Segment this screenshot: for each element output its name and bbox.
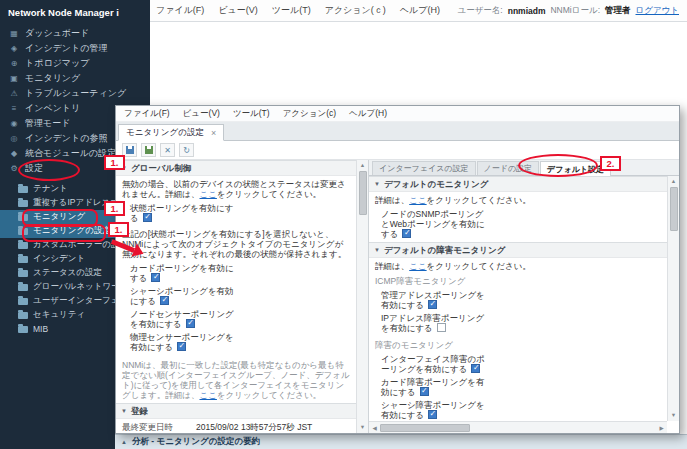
sidebar-item-troubleshooting[interactable]: ⚠ トラブルシューティング bbox=[0, 86, 150, 101]
folder-icon bbox=[18, 270, 28, 277]
card-polling-checkbox[interactable] bbox=[151, 273, 160, 282]
integration-icon: ◆ bbox=[8, 149, 20, 158]
section-default-monitoring[interactable]: ▼ デフォルトのモニタリング bbox=[369, 176, 667, 192]
folder-icon bbox=[18, 200, 28, 207]
monitoring-configuration-window: ファイル(F) ビュー(V) ツール(T) アクション(c) ヘルプ(H) モニ… bbox=[115, 105, 680, 434]
dialog-menu-tools[interactable]: ツール(T) bbox=[233, 108, 270, 120]
physical-sensor-polling-row: 物理センサーポーリングを有効にする bbox=[130, 332, 242, 352]
dialog-menu-file[interactable]: ファイル(F) bbox=[124, 108, 170, 120]
sidebar-item-label: インベントリ bbox=[25, 102, 80, 115]
section-registration[interactable]: ▼ 登録 bbox=[116, 403, 356, 419]
sidebar-item-dashboard[interactable]: ▦ ダッシュボード bbox=[0, 26, 150, 41]
analysis-panel-header[interactable]: ▲ 分析 - モニタリングの設定の要約 bbox=[115, 434, 687, 449]
expand-icon: ▲ bbox=[121, 439, 127, 445]
menu-view[interactable]: ビュー(V) bbox=[218, 4, 257, 17]
scroll-thumb[interactable] bbox=[359, 171, 367, 215]
logout-link[interactable]: ログアウト bbox=[636, 5, 680, 17]
scroll-thumb[interactable] bbox=[670, 187, 678, 231]
tree-item-label: インシデント bbox=[33, 253, 85, 265]
global-controls-content: ▼ グローバル制御 無効の場合、以前のデバイスの状態とステータスは変更されません… bbox=[116, 160, 356, 433]
dialog-menu-help[interactable]: ヘルプ(H) bbox=[349, 108, 387, 120]
menu-help[interactable]: ヘルプ(H) bbox=[400, 4, 440, 17]
detail-line: 詳細は、ここをクリックしてください。 bbox=[369, 192, 667, 206]
folder-icon bbox=[18, 326, 28, 333]
node-sensor-polling-checkbox[interactable] bbox=[186, 319, 195, 328]
annotation-box-monitoring-configuration bbox=[22, 224, 106, 242]
physical-sensor-polling-checkbox[interactable] bbox=[177, 342, 186, 351]
last-modified-label: 最終変更日時 bbox=[122, 422, 186, 432]
right-pane-hscrollbar[interactable]: ◀ ▶ bbox=[369, 421, 667, 433]
folder-icon bbox=[18, 312, 28, 319]
warning-icon: ⚠ bbox=[8, 89, 20, 98]
checkbox-label: シャーシポーリングを有効にする bbox=[130, 286, 234, 306]
last-modified-value: 2015/09/02 13時57分57秒 JST bbox=[196, 422, 312, 432]
scroll-up-icon[interactable]: ▲ bbox=[668, 176, 679, 187]
sidebar-item-monitoring[interactable]: ▣ モニタリング bbox=[0, 71, 150, 86]
top-menubar: ファイル(F) ビュー(V) ツール(T) アクション(ｃ) ヘルプ(H) ユー… bbox=[150, 0, 687, 22]
card-fault-polling-checkbox[interactable] bbox=[420, 387, 429, 396]
chassis-polling-checkbox[interactable] bbox=[160, 296, 169, 305]
section-title: グローバル制御 bbox=[131, 163, 191, 173]
role-value: 管理者 bbox=[605, 5, 631, 17]
sidebar-item-topology-map[interactable]: ⊕ トポロジマップ bbox=[0, 56, 150, 71]
left-pane-scrollbar[interactable]: ▲ ▼ bbox=[356, 160, 368, 433]
collapse-icon: ▼ bbox=[374, 179, 380, 189]
management-mode-icon: ◉ bbox=[8, 119, 20, 128]
interface-fault-polling-checkbox[interactable] bbox=[471, 364, 480, 373]
scroll-left-icon[interactable]: ◀ bbox=[369, 422, 380, 433]
node-sensor-polling-row: ノードセンサーポーリングを有効にする bbox=[130, 309, 242, 329]
right-pane-scrollbar[interactable]: ▲ ▼ bbox=[667, 176, 679, 421]
tab-monitoring-configuration[interactable]: モニタリングの設定 × bbox=[118, 124, 224, 141]
folder-icon bbox=[18, 242, 28, 249]
chassis-polling-row: シャーシポーリングを有効にする bbox=[130, 286, 242, 306]
snmp-web-polling-checkbox[interactable] bbox=[402, 229, 411, 238]
sidebar-item-label: トラブルシューティング bbox=[25, 87, 126, 100]
tab-close-icon[interactable]: × bbox=[211, 128, 216, 138]
section-global-control[interactable]: ▼ グローバル制御 bbox=[116, 160, 356, 176]
last-modified-row: 最終変更日時 2015/09/02 13時57分57秒 JST bbox=[116, 419, 356, 433]
inventory-icon: ≡ bbox=[8, 104, 20, 113]
delete-button[interactable]: ✕ bbox=[160, 143, 175, 157]
save-and-close-button[interactable] bbox=[141, 143, 156, 157]
here-link[interactable]: ここ bbox=[200, 390, 217, 400]
management-address-polling-checkbox[interactable] bbox=[428, 300, 437, 309]
scroll-thumb[interactable] bbox=[380, 424, 470, 432]
tab-label: モニタリングの設定 bbox=[126, 127, 204, 139]
icmp-fault-group-label: ICMP障害モニタリング bbox=[369, 272, 667, 287]
tab-interface-settings[interactable]: インターフェイスの設定 bbox=[372, 161, 476, 175]
refresh-button[interactable]: ↻ bbox=[179, 143, 194, 157]
scroll-right-icon[interactable]: ▶ bbox=[656, 422, 667, 433]
scroll-down-icon[interactable]: ▼ bbox=[357, 422, 368, 433]
menu-actions[interactable]: アクション(ｃ) bbox=[325, 4, 386, 17]
here-link[interactable]: ここ bbox=[409, 261, 426, 271]
sidebar-item-label: モニタリング bbox=[25, 72, 80, 85]
annotation-step1-monitoring: 1. bbox=[104, 201, 125, 216]
dialog-menu-view[interactable]: ビュー(V) bbox=[183, 108, 220, 120]
state-polling-checkbox[interactable] bbox=[143, 213, 152, 222]
here-link[interactable]: ここ bbox=[200, 189, 217, 199]
section-default-fault-monitoring[interactable]: ▼ デフォルトの障害モニタリング bbox=[369, 242, 667, 258]
chassis-fault-polling-checkbox[interactable] bbox=[428, 410, 437, 419]
user-name-value: nnmiadm bbox=[508, 6, 546, 16]
scroll-up-icon[interactable]: ▲ bbox=[357, 160, 368, 171]
user-name-label: ユーザー名: bbox=[457, 5, 502, 17]
card-polling-row: カードポーリングを有効にする bbox=[130, 263, 242, 283]
sidebar-item-label: 統合モジュールの設定 bbox=[25, 147, 116, 160]
here-link[interactable]: ここ bbox=[409, 195, 426, 205]
dialog-menu-actions[interactable]: アクション(c) bbox=[283, 108, 336, 120]
save-and-close-icon bbox=[145, 146, 153, 154]
note-text: をクリックしてください。 bbox=[217, 390, 321, 400]
sidebar-item-incident-management[interactable]: ◈ インシデントの管理 bbox=[0, 41, 150, 56]
checkbox-label: インターフェイス障害のポーリングを有効にする bbox=[381, 354, 485, 374]
ip-address-fault-polling-checkbox[interactable] bbox=[437, 323, 446, 332]
dialog-menubar: ファイル(F) ビュー(V) ツール(T) アクション(c) ヘルプ(H) bbox=[116, 106, 679, 122]
polling-warning-text: 上記の[状態ポーリングを有効にする]を選択しないと、NNMiによって次のオブジェ… bbox=[116, 226, 356, 260]
snmp-web-polling-row: ノードのSNMPポーリングとWebポーリングを有効にする bbox=[381, 209, 486, 239]
scroll-down-icon[interactable]: ▼ bbox=[668, 410, 679, 421]
annotation-step1-monitoring-configuration: 1. bbox=[108, 222, 129, 237]
dialog-body: ▼ グローバル制御 無効の場合、以前のデバイスの状態とステータスは変更されません… bbox=[116, 160, 679, 433]
menu-tools[interactable]: ツール(T) bbox=[272, 4, 311, 17]
topology-icon: ⊕ bbox=[8, 59, 20, 68]
menu-file[interactable]: ファイル(F) bbox=[156, 4, 204, 17]
role-label: NNMiロール: bbox=[550, 5, 600, 17]
